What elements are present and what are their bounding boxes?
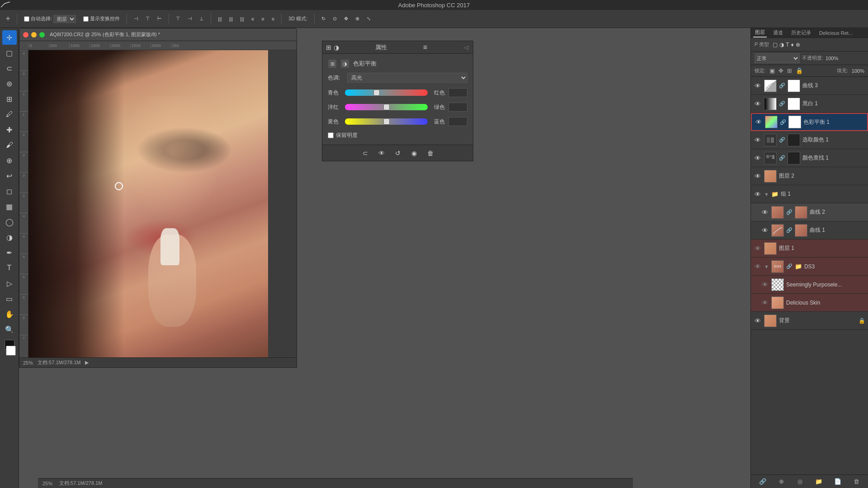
crop-tool[interactable]: ⊞ bbox=[2, 92, 17, 106]
pixel-filter[interactable]: ▢ bbox=[773, 42, 778, 48]
lasso-tool[interactable]: ⊂ bbox=[2, 61, 17, 75]
layer-vis-bw1[interactable]: 👁 bbox=[754, 100, 762, 108]
align-center-h[interactable]: ⊤ bbox=[143, 15, 152, 23]
lock-pixels-icon[interactable]: ▣ bbox=[769, 67, 775, 74]
cyan-red-value[interactable]: -15 bbox=[448, 88, 467, 97]
reset-button[interactable]: ↺ bbox=[392, 147, 404, 159]
properties-collapse[interactable]: ◁ bbox=[463, 43, 469, 52]
distribute-left[interactable]: ||| bbox=[216, 15, 224, 23]
clone-tool[interactable]: ⊕ bbox=[2, 153, 17, 168]
slide-3d[interactable]: ⊕ bbox=[353, 15, 362, 23]
layer-item-layer1[interactable]: 👁 图层 1 bbox=[751, 239, 868, 258]
add-adjustment-button[interactable]: ⊕ bbox=[777, 477, 786, 486]
cyan-red-thumb[interactable] bbox=[373, 89, 380, 96]
magenta-green-thumb[interactable] bbox=[383, 104, 390, 110]
eraser-tool[interactable]: ◻ bbox=[2, 184, 17, 198]
distribute-center-h[interactable]: ||| bbox=[227, 15, 236, 23]
dodge-tool[interactable]: ◑ bbox=[2, 230, 17, 244]
shape-filter[interactable]: ♦ bbox=[791, 42, 794, 48]
rotate-3d[interactable]: ↻ bbox=[319, 15, 328, 23]
clip-mask-button[interactable]: ⊂ bbox=[359, 147, 371, 159]
yellow-blue-value[interactable]: 0 bbox=[448, 117, 467, 126]
selection-tool[interactable]: ▢ bbox=[2, 46, 17, 60]
background-color[interactable] bbox=[6, 346, 16, 356]
show-transform-checkbox[interactable]: 显示变换控件 bbox=[81, 14, 122, 23]
blur-tool[interactable]: ◯ bbox=[2, 215, 17, 229]
distribute-top[interactable]: ≡ bbox=[249, 15, 256, 23]
cyan-red-slider-container[interactable] bbox=[345, 89, 428, 96]
layer-vis-layer2[interactable]: 👁 bbox=[754, 173, 762, 180]
tab-history[interactable]: 历史记录 bbox=[789, 28, 813, 37]
minimize-button[interactable] bbox=[31, 32, 37, 38]
visibility-button[interactable]: ◉ bbox=[408, 147, 420, 159]
zoom-tool[interactable]: 🔍 bbox=[2, 322, 17, 337]
distribute-middle-v[interactable]: ≡ bbox=[259, 15, 266, 23]
layer-item-layer2[interactable]: 👁 图层 2 bbox=[751, 167, 868, 185]
layer-vis-seemingly[interactable]: 👁 bbox=[761, 281, 769, 288]
tab-delicious[interactable]: Delicious Ret... bbox=[817, 29, 854, 37]
align-top[interactable]: ⊤ bbox=[174, 15, 183, 23]
layer-vis-curves2[interactable]: 👁 bbox=[761, 209, 769, 216]
layer-item-seemingly[interactable]: 👁 Seemingly Purposele... bbox=[751, 276, 868, 294]
tab-channels[interactable]: 通道 bbox=[771, 28, 785, 37]
cb-icon-btn-1[interactable]: ⊞ bbox=[328, 59, 337, 68]
delete-button[interactable]: 🗑 bbox=[425, 147, 436, 159]
layer-vis-layer1[interactable]: 👁 bbox=[754, 245, 762, 252]
healing-tool[interactable]: ✚ bbox=[2, 122, 17, 137]
close-button[interactable] bbox=[23, 32, 28, 38]
add-mask-button[interactable]: ◎ bbox=[796, 477, 805, 486]
layer-item-selective1[interactable]: 👁 🔗 选取颜色 1 bbox=[751, 131, 868, 149]
layer-vis-ds3[interactable]: 👁 bbox=[754, 263, 762, 270]
align-bottom[interactable]: ⊥ bbox=[197, 15, 206, 23]
roll-3d[interactable]: ⊙ bbox=[330, 15, 339, 23]
properties-menu-button[interactable]: ≡ bbox=[423, 43, 427, 52]
align-left[interactable]: ⊣ bbox=[132, 15, 141, 23]
ds3-expand[interactable]: ▼ bbox=[764, 264, 769, 269]
magenta-green-value[interactable]: 0 bbox=[448, 103, 467, 112]
layer-vis-curves3[interactable]: 👁 bbox=[754, 82, 762, 89]
distribute-bottom[interactable]: ≡ bbox=[269, 15, 277, 23]
magenta-green-slider-container[interactable] bbox=[345, 104, 428, 110]
eyedropper-tool[interactable]: 🖊 bbox=[2, 107, 17, 122]
layer-item-bw1[interactable]: 👁 🔗 黑白 1 bbox=[751, 95, 868, 113]
yellow-blue-slider-container[interactable] bbox=[345, 118, 428, 125]
auto-select-checkbox[interactable]: 自动选择: 图层 bbox=[22, 14, 78, 24]
yellow-blue-thumb[interactable] bbox=[383, 118, 390, 125]
cb-icon-btn-2[interactable]: ◑ bbox=[340, 59, 349, 68]
layer-item-colorfind1[interactable]: 👁 🔗 颜色查找 1 bbox=[751, 149, 868, 167]
delete-layer-button[interactable]: 🗑 bbox=[852, 477, 861, 486]
gradient-tool[interactable]: ▦ bbox=[2, 199, 17, 214]
link-layers-button[interactable]: 🔗 bbox=[758, 477, 767, 486]
layer-item-deliciousskin[interactable]: 👁 Delicious Skin bbox=[751, 294, 868, 312]
pen-tool[interactable]: ✒ bbox=[2, 245, 17, 260]
tab-layers[interactable]: 图层 bbox=[753, 28, 767, 38]
pan-3d[interactable]: ✥ bbox=[342, 15, 350, 23]
layer-item-group1[interactable]: 👁 ▼ 📁 组 1 bbox=[751, 185, 868, 203]
scale-3d[interactable]: ⤡ bbox=[364, 15, 373, 23]
text-tool[interactable]: T bbox=[2, 261, 17, 275]
layer-vis-deliciousskin[interactable]: 👁 bbox=[761, 299, 769, 306]
path-tool[interactable]: ▷ bbox=[2, 276, 17, 291]
blend-mode-select[interactable]: 正常 bbox=[755, 53, 800, 63]
quick-select-tool[interactable]: ⊛ bbox=[2, 76, 17, 91]
layer-vis-cf1[interactable]: 👁 bbox=[754, 155, 762, 162]
align-middle-v[interactable]: ⊣ bbox=[185, 15, 194, 23]
show-transform-check[interactable] bbox=[83, 16, 89, 22]
align-right[interactable]: ⊢ bbox=[155, 15, 164, 23]
move-tool[interactable]: ✛ bbox=[2, 30, 17, 45]
layer-vis-curves1[interactable]: 👁 bbox=[761, 227, 769, 234]
layer-select[interactable]: 图层 bbox=[53, 15, 76, 23]
new-group-button[interactable]: 📁 bbox=[814, 477, 823, 486]
auto-select-check[interactable] bbox=[24, 16, 29, 22]
group1-expand[interactable]: ▼ bbox=[764, 192, 769, 197]
preserve-checkbox[interactable] bbox=[328, 132, 334, 138]
lock-transform-icon[interactable]: ⊞ bbox=[787, 67, 792, 74]
hand-tool[interactable]: ✋ bbox=[2, 307, 17, 321]
view-button[interactable]: 👁 bbox=[376, 147, 387, 159]
layer-item-background[interactable]: 👁 背景 🔒 bbox=[751, 312, 868, 330]
layer-item-curves1[interactable]: 👁 🔗 曲线 1 bbox=[751, 221, 868, 239]
maximize-button[interactable] bbox=[39, 32, 45, 38]
tone-dropdown[interactable]: 暗调 中间调 高光 bbox=[347, 73, 467, 83]
layer-item-curves2[interactable]: 👁 🔗 曲线 2 bbox=[751, 203, 868, 221]
brush-tool[interactable]: 🖌 bbox=[2, 138, 17, 152]
